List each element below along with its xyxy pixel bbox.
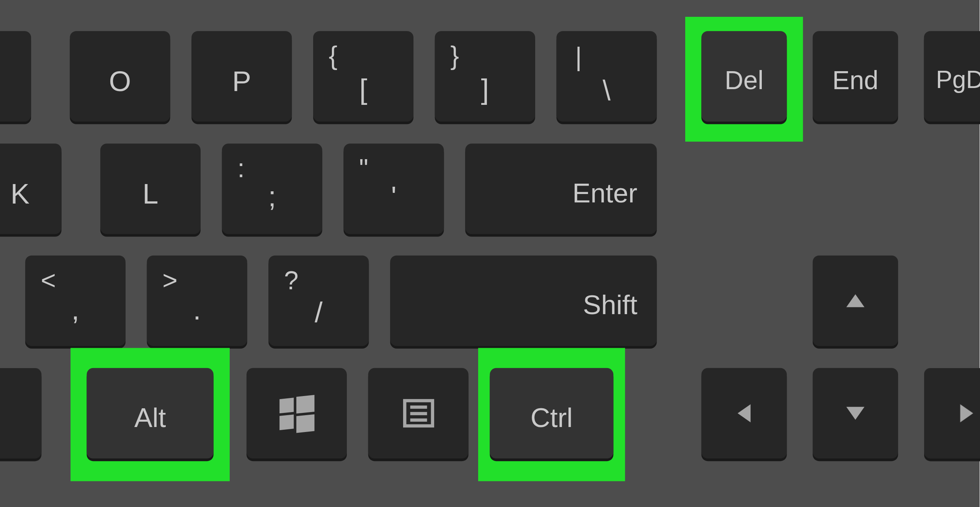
key-arrow-up[interactable]: [813, 256, 898, 346]
arrow-down-icon: [846, 407, 864, 420]
key-i[interactable]: I: [0, 31, 31, 122]
key-enter[interactable]: Enter: [465, 143, 657, 234]
arrow-up-icon: [846, 294, 864, 307]
key-backslash[interactable]: | \: [557, 31, 657, 122]
key-label: End: [813, 67, 898, 93]
key-end[interactable]: End: [813, 31, 898, 122]
key-label: Enter: [572, 180, 637, 207]
arrow-left-icon: [738, 404, 751, 422]
key-shift[interactable]: Shift: [390, 256, 657, 346]
key-comma[interactable]: < ,: [25, 256, 126, 346]
key-period[interactable]: > .: [147, 256, 247, 346]
key-upper: :: [237, 155, 245, 181]
key-label: Alt: [87, 404, 213, 431]
key-lower: .: [147, 295, 247, 324]
key-right-bracket[interactable]: } ]: [435, 31, 535, 122]
windows-logo-icon: [279, 396, 314, 430]
highlight-ctrl: Ctrl: [478, 348, 625, 481]
key-label: K: [0, 180, 62, 208]
key-del[interactable]: Del: [701, 31, 787, 122]
key-lower: [: [313, 75, 413, 103]
key-k[interactable]: K: [0, 143, 62, 234]
highlight-alt: Alt: [70, 348, 230, 481]
key-lower: ]: [435, 75, 535, 103]
arrow-right-icon: [960, 404, 973, 422]
key-label: PgDn: [924, 67, 980, 92]
key-windows[interactable]: [247, 368, 347, 459]
key-lower: ': [344, 183, 444, 211]
key-upper: ?: [284, 267, 299, 293]
key-lower: ,: [25, 295, 126, 324]
key-label: Del: [701, 67, 787, 93]
key-lower: /: [268, 298, 369, 326]
key-label: O: [70, 67, 170, 96]
key-upper: <: [41, 267, 56, 293]
keyboard-diagram: I O P { [ } ] | \ Del End PgDn K L : ;: [0, 0, 980, 507]
key-lower: ;: [222, 183, 322, 211]
key-p[interactable]: P: [191, 31, 292, 122]
key-semicolon[interactable]: : ;: [222, 143, 322, 234]
key-label: Shift: [583, 292, 637, 319]
key-upper: >: [162, 267, 177, 293]
key-arrow-left[interactable]: [701, 368, 787, 459]
key-upper: {: [329, 43, 338, 69]
key-lower: \: [557, 76, 657, 104]
key-upper: }: [450, 43, 459, 69]
key-quote[interactable]: " ': [344, 143, 444, 234]
key-fn-partial[interactable]: [0, 368, 41, 459]
key-label: Ctrl: [490, 404, 614, 431]
key-l[interactable]: L: [100, 143, 201, 234]
key-alt[interactable]: Alt: [87, 368, 213, 459]
key-label: I: [0, 67, 31, 96]
key-ctrl[interactable]: Ctrl: [490, 368, 614, 459]
key-label: P: [191, 67, 292, 96]
context-menu-icon: [403, 399, 434, 427]
key-upper: |: [575, 44, 582, 70]
key-left-bracket[interactable]: { [: [313, 31, 413, 122]
key-o[interactable]: O: [70, 31, 170, 122]
key-pgdn[interactable]: PgDn: [924, 31, 980, 122]
key-menu[interactable]: [368, 368, 469, 459]
highlight-del: Del: [685, 17, 803, 142]
key-slash[interactable]: ? /: [268, 256, 369, 346]
key-arrow-down[interactable]: [813, 368, 898, 459]
key-upper: ": [359, 155, 368, 181]
key-arrow-right[interactable]: [924, 368, 980, 459]
key-label: L: [100, 180, 201, 208]
